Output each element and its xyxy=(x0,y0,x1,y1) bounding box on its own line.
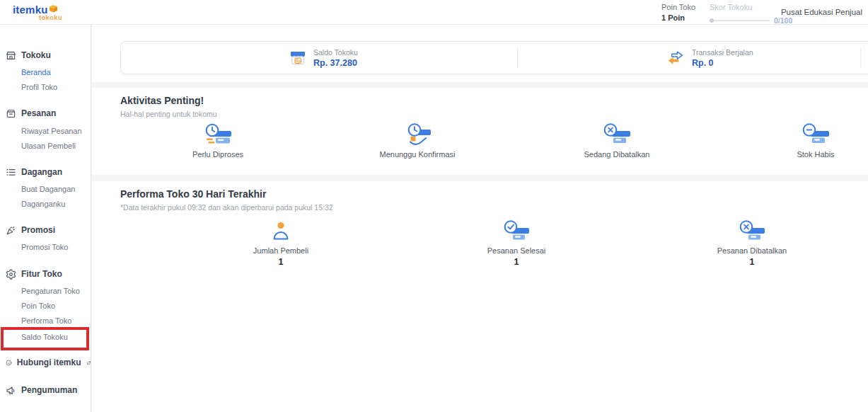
activity-perlu-diproses[interactable]: Perlu Diproses xyxy=(158,122,278,159)
sidebar-item-performa-toko[interactable]: Performa Toko xyxy=(0,315,91,326)
sidebar-section-label: Tokoku xyxy=(21,50,51,61)
sidebar-link-pengumuman[interactable]: Pengumuman xyxy=(0,384,91,396)
stat-pesanan-selesai: Pesanan Selesai 1 xyxy=(456,218,577,267)
pusat-edukasi-link[interactable]: Pusat Edukasi Penjual xyxy=(781,8,862,16)
sidebar-section-label: Pesanan xyxy=(21,108,56,119)
sidebar-link-label: Pengumuman xyxy=(21,384,77,396)
stat-pesanan-dibatalkan: Pesanan Dibatalkan 1 xyxy=(692,218,812,267)
stat-label: Pesanan Dibatalkan xyxy=(692,246,812,255)
sidebar-item-promosi-toko[interactable]: Promosi Toko xyxy=(0,241,91,253)
saldo-label: Saldo Tokoku xyxy=(313,48,358,57)
poin-toko-value: 1 Poin xyxy=(661,13,695,22)
stat-label: Jumlah Pembeli xyxy=(221,246,341,255)
transaksi-value: Rp. 0 xyxy=(692,58,753,68)
transfer-arrows-icon xyxy=(665,49,685,67)
performance-subtitle: *Data terakhir pukul 09:32 dan akan dipe… xyxy=(120,203,333,212)
clock-hand-icon xyxy=(403,123,432,147)
sidebar-section-dagangan: Dagangan xyxy=(0,166,91,178)
minus-box-icon xyxy=(801,123,831,147)
buyer-person-icon xyxy=(270,219,292,244)
poin-toko-summary[interactable]: Poin Toko 1 Poin xyxy=(661,3,695,22)
announcement-icon xyxy=(6,385,16,396)
stat-value: 1 xyxy=(692,257,812,267)
list-icon xyxy=(6,167,16,178)
sidebar-section-tokoku: Tokoku xyxy=(0,50,91,61)
sidebar-link-hubungi-itemku[interactable]: Hubungi itemku xyxy=(0,357,91,368)
skor-progress-bar xyxy=(710,20,770,21)
main-content: Rp Saldo Tokoku Rp. 37.280 Transaksi Ber… xyxy=(92,25,868,412)
activity-label: Perlu Diproses xyxy=(158,150,278,159)
performance-title: Performa Toko 30 Hari Terakhir xyxy=(120,188,266,200)
activity-label: Menunggu Konfirmasi xyxy=(357,150,478,159)
balance-card: Rp Saldo Tokoku Rp. 37.280 Transaksi Ber… xyxy=(120,41,868,74)
skor-progress-knob xyxy=(710,18,714,23)
activity-label: Sedang Dibatalkan xyxy=(557,150,677,159)
sidebar-item-profil-toko[interactable]: Profil Toko xyxy=(0,81,91,93)
activity-menunggu-konfirmasi[interactable]: Menunggu Konfirmasi xyxy=(357,122,478,159)
check-box-icon xyxy=(502,219,531,244)
external-link-icon xyxy=(86,359,91,367)
sidebar-section-promosi: Promosi xyxy=(0,224,91,236)
transaksi-label: Transaksi Berjalan xyxy=(692,48,753,57)
activity-stok-habis[interactable]: Stok Habis xyxy=(756,122,868,159)
saldo-value: Rp. 37.280 xyxy=(313,58,358,68)
balance-band: Rp Saldo Tokoku Rp. 37.280 Transaksi Ber… xyxy=(92,25,868,82)
sidebar-item-buat-dagangan[interactable]: Buat Dagangan xyxy=(0,183,91,195)
activity-sedang-dibatalkan[interactable]: Sedang Dibatalkan xyxy=(557,122,677,159)
activities-subtitle: Hal-hal penting untuk tokomu xyxy=(120,110,217,118)
sidebar-nav: Tokoku Beranda Profil Toko Pesanan Riway… xyxy=(0,25,91,412)
store-icon xyxy=(6,50,16,61)
skor-toko-value: 0/100 xyxy=(774,16,792,25)
top-header: itemku tokoku Poin Toko 1 Poin Skor Toko… xyxy=(0,0,868,25)
card-divider xyxy=(517,47,518,69)
sidebar-item-poin-toko[interactable]: Poin Toko xyxy=(0,300,91,311)
sidebar-section-fitur-toko: Fitur Toko xyxy=(0,268,91,280)
support-smiley-icon xyxy=(6,357,12,368)
storefront-icon: Rp xyxy=(289,49,307,67)
clock-box-icon xyxy=(203,123,233,147)
stat-label: Pesanan Selesai xyxy=(456,246,577,255)
stat-value: 1 xyxy=(456,257,577,267)
cancel-box-icon xyxy=(602,123,632,147)
sidebar-item-ulasan-pembeli[interactable]: Ulasan Pembeli xyxy=(0,140,91,151)
svg-text:Rp: Rp xyxy=(296,58,301,62)
saldo-tokoku-summary[interactable]: Rp Saldo Tokoku Rp. 37.280 xyxy=(289,42,358,74)
sidebar-item-riwayat-pesanan[interactable]: Riwayat Pesanan xyxy=(0,125,91,137)
promo-horn-icon xyxy=(6,225,16,236)
sidebar-item-daganganku[interactable]: Daganganku xyxy=(0,198,91,210)
sidebar-item-pengaturan-toko[interactable]: Pengaturan Toko xyxy=(0,285,91,297)
sidebar-section-pesanan: Pesanan xyxy=(0,108,91,119)
sidebar-item-saldo-tokoku[interactable]: Saldo Tokoku xyxy=(0,331,91,343)
poin-toko-label: Poin Toko xyxy=(661,3,695,11)
stat-jumlah-pembeli: Jumlah Pembeli 1 xyxy=(221,218,341,267)
stat-value: 1 xyxy=(221,257,341,267)
activities-title: Aktivitas Penting! xyxy=(120,95,204,106)
sidebar-section-label: Dagangan xyxy=(21,166,62,178)
order-box-icon xyxy=(6,108,16,119)
sidebar-item-beranda[interactable]: Beranda xyxy=(0,67,91,78)
gear-icon xyxy=(6,269,16,280)
activities-section: Aktivitas Penting! Hal-hal penting untuk… xyxy=(92,88,868,175)
transaksi-berjalan-summary[interactable]: Transaksi Berjalan Rp. 0 xyxy=(665,42,753,74)
itemku-logo[interactable]: itemku tokoku xyxy=(13,4,62,21)
card-divider xyxy=(860,47,861,69)
sidebar-section-label: Fitur Toko xyxy=(21,268,62,280)
sidebar-section-label: Promosi xyxy=(21,224,55,236)
cancel-box-icon xyxy=(738,219,766,244)
activity-label: Stok Habis xyxy=(756,150,868,159)
performance-section: Performa Toko 30 Hari Terakhir *Data ter… xyxy=(92,181,868,412)
sidebar-link-label: Hubungi itemku xyxy=(17,357,81,368)
